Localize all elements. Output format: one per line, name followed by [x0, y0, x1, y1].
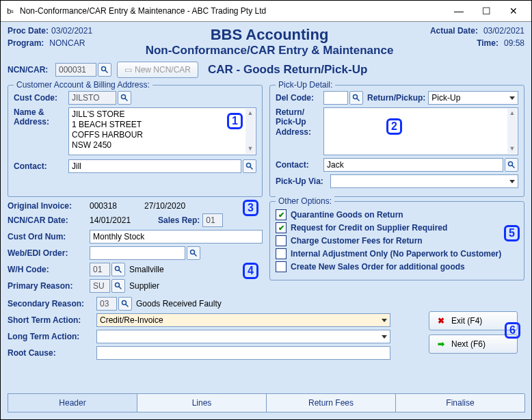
time-label: Time: [477, 38, 498, 48]
svg-line-17 [126, 304, 129, 307]
window-title: Non-Conformance/CAR Entry & Maintenance … [20, 6, 445, 16]
app-title: BBS Accounting [131, 26, 408, 44]
wh-input[interactable]: 01 [90, 263, 110, 276]
root-input[interactable] [96, 346, 390, 360]
opt3-check[interactable] [276, 235, 287, 246]
svg-point-4 [247, 163, 251, 168]
opt1-label: Quarantine Goods on Return [291, 210, 403, 220]
cust-contact-input[interactable]: Jill [68, 159, 241, 173]
callout-3: 3 [243, 200, 258, 216]
tabbar: Header Lines Return Fees Finalise [8, 393, 524, 412]
scrollbar[interactable]: ▲▼ [245, 109, 255, 154]
proc-date-label: Proc Date: [8, 26, 49, 36]
preason-lookup-icon[interactable] [111, 279, 125, 293]
wh-lookup-icon[interactable] [111, 263, 125, 276]
document-icon: ▭ [124, 65, 132, 75]
sales-rep-input[interactable]: 01 [202, 213, 223, 227]
svg-point-14 [116, 283, 120, 287]
pickup-addr-box[interactable]: ▲▼ [323, 107, 518, 155]
sreason-lookup-icon[interactable] [118, 297, 132, 311]
app-icon: bs [5, 5, 16, 16]
orig-inv-date: 27/10/2020 [144, 201, 185, 211]
close-button[interactable]: ✕ [500, 3, 527, 19]
options-group: Other Options: ✔Quarantine Goods on Retu… [269, 201, 524, 280]
return-pickup-label: Return/Pickup: [367, 93, 425, 103]
titlebar: bs Non-Conformance/CAR Entry & Maintenan… [1, 1, 531, 22]
cust-contact-lookup-icon[interactable] [243, 159, 256, 173]
screen-title: Non-Conformance/CAR Entry & Maintenance [131, 44, 408, 57]
actual-date-value: 03/02/2021 [483, 26, 524, 36]
del-code-lookup-icon[interactable] [349, 91, 363, 105]
addr-line: COFFS HARBOUR [72, 130, 253, 140]
cust-contact-label: Contact: [14, 161, 68, 171]
svg-line-9 [512, 166, 515, 168]
scroll-up-icon[interactable]: ▲ [507, 109, 517, 118]
sta-select[interactable]: Credit/Re-Invoice [96, 313, 390, 327]
svg-point-12 [116, 267, 120, 271]
svg-line-7 [357, 99, 360, 101]
ncn-input[interactable]: 000031 [55, 63, 96, 77]
tab-finalise[interactable]: Finalise [395, 394, 525, 412]
svg-point-16 [122, 301, 127, 305]
maximize-button[interactable]: ☐ [473, 3, 500, 19]
pickup-contact-lookup-icon[interactable] [505, 158, 518, 172]
program-label: Program: [8, 38, 44, 48]
root-label: Root Cause: [8, 348, 96, 358]
customer-legend: Customer Account & Billing Address: [14, 80, 152, 90]
web-edi-input[interactable] [90, 246, 185, 260]
svg-point-0 [102, 67, 106, 71]
pickup-contact-input[interactable]: Jack [323, 158, 503, 172]
action-panel: ✖ Exit (F4) ➡ Next (F6) 6 [429, 311, 518, 358]
minimize-button[interactable]: — [445, 3, 473, 19]
web-edi-lookup-icon[interactable] [187, 246, 200, 260]
pickup-via-select[interactable] [330, 174, 518, 188]
addr-line: JILL'S STORE [72, 109, 253, 120]
next-button[interactable]: ➡ Next (F6) [429, 334, 518, 354]
orig-inv-label: Original Invoice: [8, 201, 90, 211]
callout-1: 1 [227, 113, 243, 129]
callout-2: 2 [386, 118, 402, 135]
scrollbar[interactable]: ▲▼ [507, 109, 517, 154]
cust-code-input[interactable]: JILSTO [68, 91, 116, 105]
ncn-lookup-icon[interactable] [98, 63, 111, 77]
scroll-down-icon[interactable]: ▼ [245, 144, 255, 154]
preason-label: Primary Reason: [8, 281, 90, 291]
cust-code-lookup-icon[interactable] [118, 91, 131, 105]
pickup-via-label: Pick-Up Via: [276, 176, 330, 186]
callout-6: 6 [505, 322, 520, 339]
svg-line-1 [105, 70, 108, 73]
lta-select[interactable] [96, 330, 390, 343]
new-ncn-button[interactable]: ▭ New NCN/CAR [117, 62, 198, 78]
cust-ord-label: Cust Ord Num: [8, 232, 90, 241]
svg-point-2 [122, 95, 126, 99]
addr-line: 1 BEACH STREET [72, 120, 253, 130]
svg-point-8 [509, 162, 513, 166]
svg-point-10 [191, 250, 195, 254]
del-code-input[interactable] [323, 91, 348, 105]
tab-lines[interactable]: Lines [137, 394, 267, 412]
sales-rep-label: Sales Rep: [158, 215, 200, 225]
options-legend: Other Options: [276, 196, 334, 206]
scroll-up-icon[interactable]: ▲ [245, 109, 255, 118]
preason-name: Supplier [129, 281, 159, 291]
opt5-check[interactable] [276, 261, 287, 272]
opt4-check[interactable] [276, 248, 287, 259]
opt3-label: Charge Customer Fees for Return [291, 236, 423, 246]
pickup-group: Pick-Up Detail: Del Code: Return/Pickup:… [269, 85, 524, 197]
tab-header[interactable]: Header [8, 394, 137, 412]
return-pickup-select[interactable]: Pick-Up [428, 91, 518, 105]
cust-ord-input[interactable]: Monthly Stock [90, 230, 263, 244]
pickup-legend: Pick-Up Detail: [276, 80, 335, 90]
tab-return-fees[interactable]: Return Fees [266, 394, 396, 412]
sreason-input[interactable]: 03 [96, 297, 117, 311]
mode-title: CAR - Goods Return/Pick-Up [208, 63, 367, 77]
opt1-check[interactable]: ✔ [276, 209, 287, 220]
pickup-contact-label: Contact: [276, 160, 323, 170]
name-addr-label: Name & Address: [14, 107, 68, 127]
svg-line-3 [125, 99, 128, 101]
opt2-check[interactable]: ✔ [276, 222, 287, 233]
ncn-label: NCN/CAR: [8, 65, 55, 75]
opt2-label: Request for Credit on Supplier Required [291, 223, 447, 233]
scroll-down-icon[interactable]: ▼ [507, 144, 517, 154]
preason-input[interactable]: SU [90, 279, 110, 293]
